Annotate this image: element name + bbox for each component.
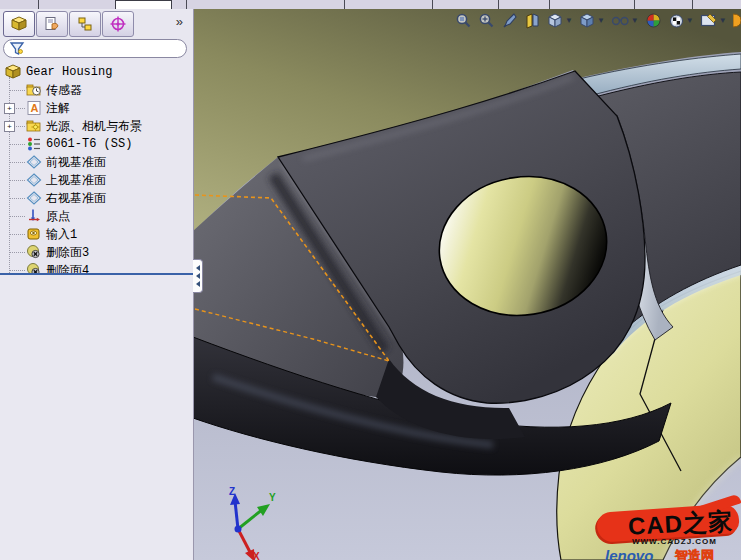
collapse-arrow-icon: [196, 273, 200, 279]
watermark: CAD之家 WWW.CADZJ.COM lenovo 智造网: [589, 508, 739, 554]
tree-stub: [9, 198, 25, 199]
filter-input[interactable]: [3, 39, 187, 58]
tree-stub: [9, 162, 25, 163]
dropdown-caret[interactable]: ▼: [719, 16, 727, 25]
previous-view-button[interactable]: [501, 12, 518, 29]
part-icon: [11, 16, 28, 32]
tree-item-deleteface3[interactable]: 删除面3: [0, 243, 193, 261]
dropdown-caret[interactable]: ▼: [597, 16, 605, 25]
panel-tab-bar: »: [0, 11, 193, 37]
plane-icon: [26, 190, 42, 206]
tree-item-top-plane[interactable]: 上视基准面: [0, 171, 193, 189]
expand-plus-icon[interactable]: +: [4, 103, 15, 114]
toolbar-separator: [344, 0, 345, 9]
tree-stub: [9, 144, 25, 145]
plane-icon: [26, 154, 42, 170]
material-icon: [26, 136, 42, 152]
tree-item-imported1[interactable]: 输入1: [0, 225, 193, 243]
apply-scene-button[interactable]: ▼: [668, 12, 694, 29]
configurationmanager-tab[interactable]: [69, 11, 101, 37]
tree-root-label: Gear Housing: [26, 65, 112, 79]
toolbar-separator: [692, 0, 693, 9]
svg-text:A: A: [31, 102, 39, 114]
tree-stub: [9, 234, 25, 235]
tree-stub: [9, 180, 25, 181]
zoom-to-fit-button[interactable]: [455, 12, 472, 29]
collapse-arrow-icon: [196, 265, 200, 271]
tab-overflow-chevron[interactable]: »: [176, 14, 183, 29]
annotations-icon: A: [26, 100, 42, 116]
tree-root-row[interactable]: Gear Housing: [0, 63, 193, 81]
dimxpert-icon: [110, 16, 126, 32]
watermark-url: WWW.CADZJ.COM: [632, 537, 717, 546]
solidworks-window: { "panel": { "tabs": [ {"name": "feature…: [0, 0, 741, 560]
dropdown-caret[interactable]: ▼: [565, 16, 573, 25]
toolbar-separator: [186, 0, 187, 9]
feature-tree: Gear Housing 传感器 + A 注解 + 光源、相机与布景: [0, 63, 193, 279]
triad-x-label: X: [253, 551, 260, 560]
watermark-partial-strip: lenovo 智造网: [579, 547, 739, 560]
tree-item-sensors[interactable]: 传感器: [0, 81, 193, 99]
toolbar-separator: [549, 0, 550, 9]
tree-item-annotations[interactable]: + A 注解: [0, 99, 193, 117]
tree-item-label: 6061-T6 (SS): [46, 137, 132, 151]
tree-item-label: 原点: [46, 208, 70, 225]
heads-up-toolbar: ▼ ▼ ▼ ▼ ▼: [455, 12, 741, 29]
model-scene: Z Y X: [193, 9, 741, 560]
tree-item-material[interactable]: 6061-T6 (SS): [0, 135, 193, 153]
tree-item-label: 注解: [46, 100, 70, 117]
zoom-to-area-button[interactable]: [478, 12, 495, 29]
lights-folder-icon: [26, 118, 42, 134]
dropdown-caret[interactable]: ▼: [631, 16, 639, 25]
watermark-zhizao-text: 智造网: [675, 547, 714, 560]
tree-item-label: 右视基准面: [46, 190, 106, 207]
tree-item-label: 输入1: [46, 226, 77, 243]
toolbar-separator: [432, 0, 433, 9]
expand-plus-icon[interactable]: +: [4, 121, 15, 132]
dimxpertmanager-tab[interactable]: [102, 11, 134, 37]
delete-face-icon: [26, 244, 42, 260]
tree-item-label: 传感器: [46, 82, 82, 99]
view-settings-button[interactable]: ▼: [700, 12, 727, 29]
tree-item-right-plane[interactable]: 右视基准面: [0, 189, 193, 207]
part-icon: [5, 64, 22, 80]
dropdown-caret[interactable]: ▼: [686, 16, 694, 25]
panel-lower-empty: [0, 275, 192, 560]
tree-stub: [9, 90, 25, 91]
tree-stub: [9, 216, 25, 217]
propertymanager-tab[interactable]: [36, 11, 68, 37]
triad-z-label: Z: [229, 486, 235, 497]
origin-icon: [26, 208, 42, 224]
tree-item-label: 光源、相机与布景: [46, 118, 142, 135]
property-icon: [44, 16, 60, 32]
configuration-icon: [77, 16, 93, 32]
watermark-lenovo-text: lenovo: [605, 547, 653, 560]
tree-stub: [9, 270, 25, 271]
view-orientation-button[interactable]: ▼: [547, 12, 573, 29]
tree-item-label: 删除面3: [46, 244, 89, 261]
tree-item-origin[interactable]: 原点: [0, 207, 193, 225]
filter-funnel-icon: [9, 41, 25, 56]
collapse-arrow-icon: [196, 281, 200, 287]
featuremanager-panel: » Gear Housing 传感器 + A 注解 +: [0, 9, 194, 560]
toolbar-separator: [634, 0, 635, 9]
plane-icon: [26, 172, 42, 188]
section-view-button[interactable]: [524, 12, 541, 29]
tree-item-label: 前视基准面: [46, 154, 106, 171]
edge-cut-button[interactable]: [733, 12, 741, 29]
featuremanager-tab[interactable]: [3, 11, 35, 37]
triad-y-label: Y: [269, 492, 276, 503]
imported-body-icon: [26, 226, 42, 242]
graphics-area[interactable]: Z Y X ▼ ▼: [193, 9, 741, 560]
tree-item-label: 上视基准面: [46, 172, 106, 189]
toolbar-separator: [498, 0, 499, 9]
sensors-folder-icon: [26, 82, 42, 98]
tree-item-front-plane[interactable]: 前视基准面: [0, 153, 193, 171]
toolbar-separator: [38, 0, 39, 9]
panel-collapse-handle[interactable]: [193, 259, 203, 293]
tree-item-lights[interactable]: + 光源、相机与布景: [0, 117, 193, 135]
hide-show-items-button[interactable]: ▼: [611, 12, 639, 29]
tree-stub: [9, 252, 25, 253]
display-style-button[interactable]: ▼: [579, 12, 605, 29]
edit-appearance-button[interactable]: [645, 12, 662, 29]
